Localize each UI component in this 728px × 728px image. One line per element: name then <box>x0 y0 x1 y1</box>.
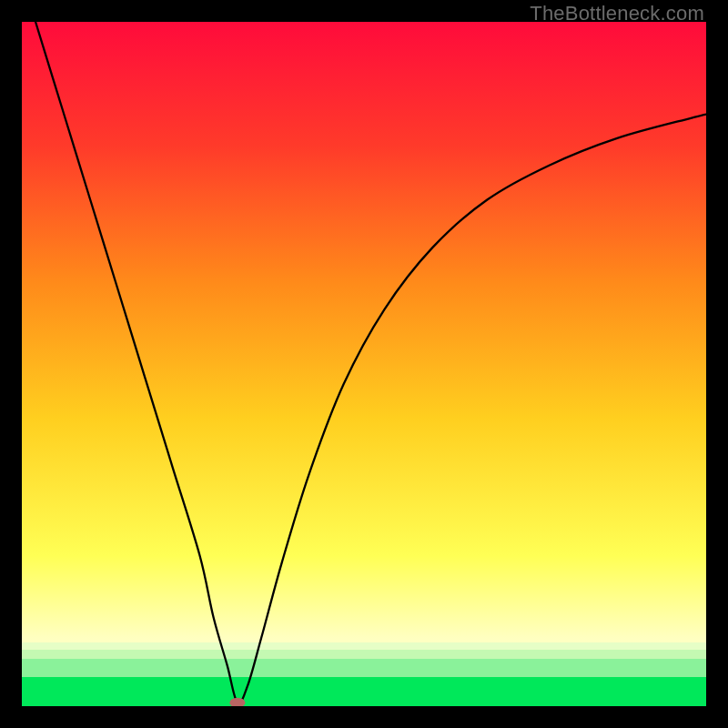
chart-svg <box>22 22 706 706</box>
watermark-text: TheBottleneck.com <box>530 2 704 25</box>
green-band-base <box>22 677 706 706</box>
green-band-1 <box>22 659 706 677</box>
green-band-3 <box>22 642 706 650</box>
green-band-2 <box>22 650 706 659</box>
gradient-background <box>22 22 706 706</box>
chart-frame <box>22 22 706 706</box>
